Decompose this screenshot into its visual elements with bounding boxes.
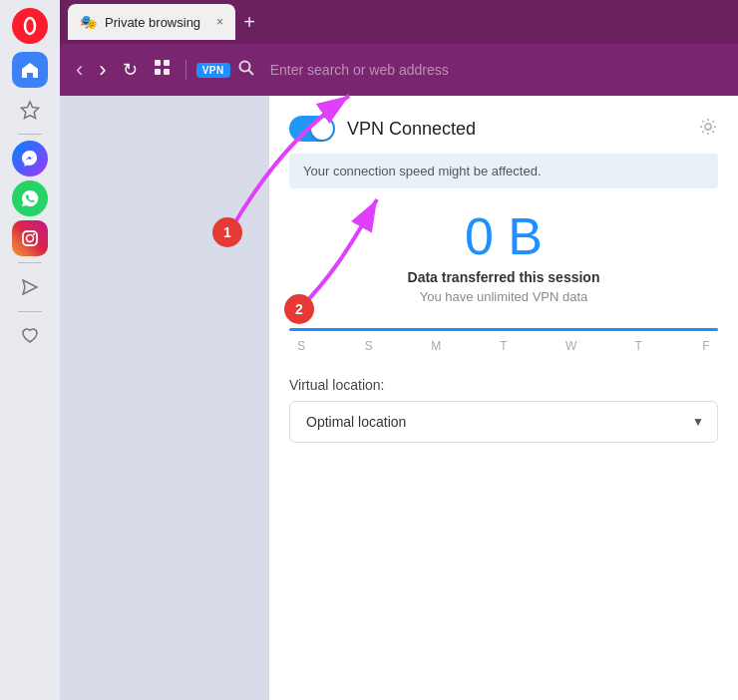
messenger-icon[interactable] (12, 141, 48, 176)
svg-marker-2 (22, 102, 39, 119)
location-dropdown[interactable]: Optimal location Americas Europe Asia (289, 401, 718, 443)
separator-1 (18, 134, 42, 135)
left-panel (60, 96, 269, 700)
vpn-toggle[interactable] (289, 116, 335, 142)
svg-point-13 (705, 124, 711, 130)
tab-close-button[interactable]: × (216, 15, 223, 29)
week-section: S S M T W T F (289, 328, 718, 353)
tab-bar: 🎭 Private browsing × + (60, 0, 738, 44)
heart-icon[interactable] (12, 318, 48, 354)
whatsapp-icon[interactable] (12, 180, 48, 216)
svg-marker-6 (23, 280, 37, 294)
week-days: S S M T W T F (289, 339, 718, 353)
data-section: 0 B Data transferred this session You ha… (289, 208, 718, 304)
svg-point-11 (239, 62, 249, 72)
opera-logo-icon[interactable] (12, 8, 48, 44)
day-s1: S (291, 339, 311, 353)
reload-button[interactable]: ↻ (119, 55, 142, 85)
vpn-panel: VPN Connected Your connection speed migh… (269, 96, 738, 700)
svg-point-4 (27, 235, 34, 242)
tab-icon: 🎭 (80, 14, 97, 30)
day-s2: S (359, 339, 379, 353)
star-icon[interactable] (12, 92, 48, 128)
forward-button[interactable]: › (95, 53, 110, 87)
day-w: W (561, 339, 581, 353)
location-dropdown-wrapper: Optimal location Americas Europe Asia ▼ (289, 401, 718, 443)
back-button[interactable]: ‹ (72, 53, 87, 87)
vpn-header: VPN Connected (289, 116, 718, 142)
warning-banner: Your connection speed might be affected. (289, 154, 718, 188)
gear-icon[interactable] (698, 117, 718, 142)
send-icon[interactable] (12, 269, 48, 305)
address-bar[interactable] (262, 58, 726, 82)
new-tab-button[interactable]: + (243, 11, 255, 34)
location-section: Virtual location: Optimal location Ameri… (289, 377, 718, 443)
content-area: VPN Connected Your connection speed migh… (60, 96, 738, 700)
apps-button[interactable] (150, 55, 176, 85)
tab-title: Private browsing (105, 15, 200, 30)
instagram-icon[interactable] (12, 220, 48, 256)
separator-2 (18, 262, 42, 263)
nav-separator (185, 60, 186, 80)
annotation-2: 2 (284, 294, 314, 324)
svg-rect-8 (164, 60, 170, 66)
data-amount: 0 B (289, 208, 718, 265)
toggle-knob (311, 118, 333, 140)
week-progress-bar (289, 328, 718, 331)
day-m: M (426, 339, 446, 353)
home-icon[interactable] (12, 52, 48, 88)
vpn-status-text: VPN Connected (347, 119, 476, 140)
vpn-toggle-row: VPN Connected (289, 116, 476, 142)
opera-sidebar (0, 0, 60, 700)
data-sublabel: You have unlimited VPN data (289, 289, 718, 304)
svg-line-12 (248, 71, 253, 76)
data-label: Data transferred this session (289, 269, 718, 285)
nav-bar: ‹ › ↻ VPN (60, 44, 738, 96)
day-t2: T (628, 339, 648, 353)
svg-rect-10 (164, 69, 170, 75)
svg-point-5 (33, 233, 35, 235)
separator-3 (18, 311, 42, 312)
day-t1: T (494, 339, 514, 353)
day-f: F (696, 339, 716, 353)
vpn-badge[interactable]: VPN (196, 63, 230, 78)
search-icon[interactable] (238, 60, 254, 80)
svg-rect-9 (155, 69, 161, 75)
svg-rect-3 (23, 231, 37, 245)
private-tab[interactable]: 🎭 Private browsing × (68, 4, 235, 40)
location-label: Virtual location: (289, 377, 718, 393)
warning-text: Your connection speed might be affected. (303, 164, 542, 178)
svg-rect-7 (155, 60, 161, 66)
annotation-1: 1 (212, 217, 242, 247)
